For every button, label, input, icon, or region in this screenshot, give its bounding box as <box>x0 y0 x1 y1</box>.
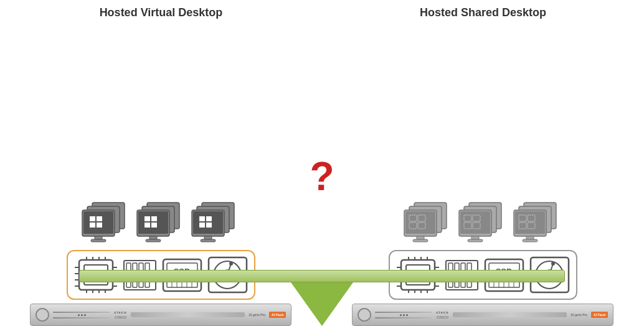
svg-point-73 <box>229 262 233 266</box>
svg-rect-7 <box>97 223 102 228</box>
svg-rect-15 <box>151 216 157 221</box>
svg-rect-17 <box>151 223 157 228</box>
svg-rect-27 <box>206 223 212 228</box>
svg-rect-29 <box>201 239 215 242</box>
svg-rect-9 <box>91 239 106 242</box>
svg-rect-5 <box>97 216 102 221</box>
svg-rect-124 <box>448 263 453 271</box>
svg-rect-127 <box>467 263 471 271</box>
right-monitor-1 <box>403 201 453 245</box>
svg-point-147 <box>551 262 555 266</box>
svg-rect-8 <box>95 236 102 239</box>
left-monitor-3 <box>191 201 240 245</box>
titles-row: Hosted Virtual Desktop Hosted Shared Des… <box>0 0 644 24</box>
svg-rect-26 <box>199 223 205 228</box>
question-mark: ? <box>310 156 334 196</box>
svg-rect-51 <box>133 263 137 271</box>
svg-rect-6 <box>90 223 95 228</box>
right-title: Hosted Shared Desktop <box>338 6 628 19</box>
svg-rect-24 <box>199 216 205 221</box>
svg-rect-93 <box>468 239 483 242</box>
svg-rect-19 <box>146 239 161 242</box>
right-monitors-row <box>403 201 562 245</box>
main-container: Hosted Virtual Desktop Hosted Shared Des… <box>0 0 644 326</box>
balance-triangle <box>291 282 353 326</box>
svg-rect-16 <box>144 223 150 228</box>
svg-rect-126 <box>461 263 465 271</box>
left-monitor-1 <box>81 201 131 245</box>
svg-rect-14 <box>144 216 150 221</box>
svg-rect-83 <box>413 239 428 242</box>
svg-rect-125 <box>455 263 459 271</box>
svg-rect-103 <box>523 239 537 242</box>
left-title: Hosted Virtual Desktop <box>16 6 306 19</box>
right-monitor-3 <box>513 201 562 245</box>
right-monitor-2 <box>458 201 508 245</box>
svg-rect-102 <box>526 236 534 239</box>
left-monitors-row <box>81 201 240 245</box>
svg-rect-52 <box>139 263 143 271</box>
svg-rect-92 <box>471 236 479 239</box>
svg-rect-4 <box>90 216 95 221</box>
left-monitor-2 <box>136 201 186 245</box>
svg-rect-18 <box>149 236 157 239</box>
svg-rect-53 <box>145 263 149 271</box>
balance-container <box>0 270 644 326</box>
svg-rect-28 <box>204 236 212 239</box>
balance-beam <box>79 270 565 282</box>
svg-rect-50 <box>126 263 131 271</box>
svg-rect-82 <box>417 236 424 239</box>
svg-rect-25 <box>206 216 212 221</box>
